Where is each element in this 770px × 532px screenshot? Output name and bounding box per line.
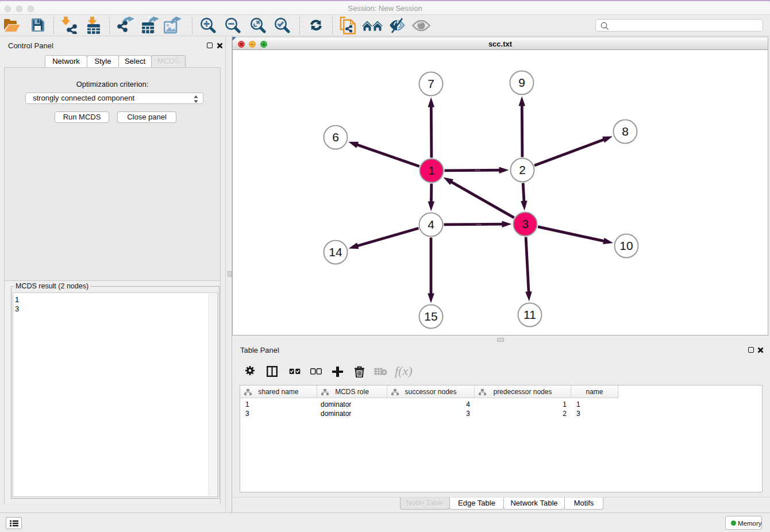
svg-text:1: 1 <box>428 164 435 177</box>
svg-text:7: 7 <box>428 77 434 90</box>
svg-text:10: 10 <box>619 239 633 252</box>
svg-text:8: 8 <box>622 125 629 138</box>
svg-text:6: 6 <box>332 130 339 144</box>
svg-text:2: 2 <box>519 163 526 176</box>
svg-text:15: 15 <box>424 310 437 323</box>
svg-text:14: 14 <box>329 245 342 259</box>
svg-text:9: 9 <box>518 76 525 89</box>
svg-text:3: 3 <box>522 217 529 230</box>
svg-text:11: 11 <box>523 308 536 321</box>
svg-text:4: 4 <box>428 218 434 231</box>
